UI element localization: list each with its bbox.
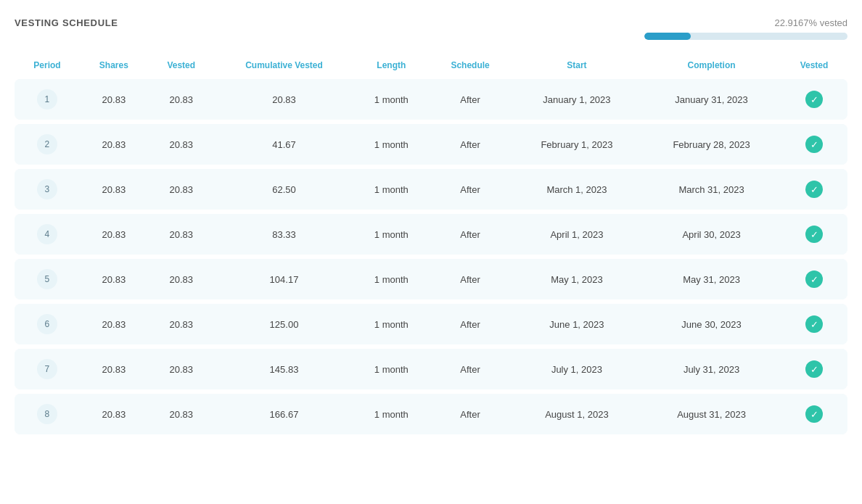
cell-schedule: After: [429, 394, 511, 434]
col-period: Period: [15, 54, 80, 79]
table-row: 8 20.83 20.83 166.67 1 month After Augus…: [15, 394, 847, 434]
cell-shares: 20.83: [80, 79, 148, 120]
cell-period: 8: [15, 394, 80, 434]
cell-schedule: After: [429, 79, 511, 120]
col-completion: Completion: [642, 54, 781, 79]
cell-shares: 20.83: [80, 259, 148, 299]
cell-length: 1 month: [353, 214, 429, 255]
cell-shares: 20.83: [80, 304, 148, 344]
period-badge: 5: [37, 269, 57, 289]
cell-period: 3: [15, 169, 80, 210]
col-cumulative: Cumulative Vested: [215, 54, 354, 79]
cell-cumulative: 62.50: [215, 169, 354, 210]
vested-percent: 22.9167% vested: [644, 17, 847, 28]
cell-vested-status: ✓: [781, 169, 847, 210]
check-icon: ✓: [805, 315, 823, 333]
cell-length: 1 month: [353, 304, 429, 344]
period-badge: 7: [37, 359, 57, 379]
col-start: Start: [512, 54, 642, 79]
period-badge: 3: [37, 179, 57, 199]
cell-vested: 20.83: [148, 259, 215, 299]
cell-vested-status: ✓: [781, 259, 847, 299]
col-length: Length: [353, 54, 429, 79]
cell-cumulative: 83.33: [215, 214, 354, 255]
cell-schedule: After: [429, 349, 511, 389]
period-badge: 6: [37, 314, 57, 334]
table-row: 7 20.83 20.83 145.83 1 month After July …: [15, 349, 847, 389]
cell-shares: 20.83: [80, 124, 148, 165]
cell-period: 6: [15, 304, 80, 344]
cell-start: June 1, 2023: [512, 304, 642, 344]
cell-period: 5: [15, 259, 80, 299]
period-badge: 8: [37, 404, 57, 424]
cell-cumulative: 125.00: [215, 304, 354, 344]
check-icon: ✓: [805, 91, 823, 108]
cell-schedule: After: [429, 304, 511, 344]
period-badge: 1: [37, 89, 57, 110]
table-row: 5 20.83 20.83 104.17 1 month After May 1…: [15, 259, 847, 299]
cell-shares: 20.83: [80, 214, 148, 255]
progress-bar: [644, 33, 847, 40]
cell-vested-status: ✓: [781, 349, 847, 389]
check-icon: ✓: [805, 226, 823, 243]
table-row: 1 20.83 20.83 20.83 1 month After Januar…: [15, 79, 847, 120]
col-vested-status: Vested: [781, 54, 847, 79]
cell-start: August 1, 2023: [512, 394, 642, 434]
cell-start: July 1, 2023: [512, 349, 642, 389]
progress-bar-fill: [644, 33, 691, 40]
cell-vested: 20.83: [148, 214, 215, 255]
cell-length: 1 month: [353, 124, 429, 165]
cell-completion: July 31, 2023: [642, 349, 781, 389]
cell-start: May 1, 2023: [512, 259, 642, 299]
check-icon: ✓: [805, 136, 823, 153]
period-badge: 4: [37, 224, 57, 244]
check-icon: ✓: [805, 360, 823, 378]
cell-cumulative: 20.83: [215, 79, 354, 120]
cell-vested: 20.83: [148, 124, 215, 165]
check-icon: ✓: [805, 270, 823, 288]
cell-completion: January 31, 2023: [642, 79, 781, 120]
cell-cumulative: 104.17: [215, 259, 354, 299]
cell-start: February 1, 2023: [512, 124, 642, 165]
cell-completion: April 30, 2023: [642, 214, 781, 255]
vesting-table: Period Shares Vested Cumulative Vested L…: [15, 54, 847, 439]
cell-period: 4: [15, 214, 80, 255]
cell-period: 2: [15, 124, 80, 165]
cell-vested: 20.83: [148, 349, 215, 389]
cell-vested: 20.83: [148, 169, 215, 210]
cell-completion: June 30, 2023: [642, 304, 781, 344]
cell-schedule: After: [429, 214, 511, 255]
check-icon: ✓: [805, 181, 823, 198]
table-row: 6 20.83 20.83 125.00 1 month After June …: [15, 304, 847, 344]
cell-vested: 20.83: [148, 304, 215, 344]
cell-length: 1 month: [353, 394, 429, 434]
cell-shares: 20.83: [80, 169, 148, 210]
cell-vested-status: ✓: [781, 394, 847, 434]
cell-length: 1 month: [353, 79, 429, 120]
check-icon: ✓: [805, 405, 823, 423]
col-schedule: Schedule: [429, 54, 511, 79]
cell-completion: March 31, 2023: [642, 169, 781, 210]
cell-start: April 1, 2023: [512, 214, 642, 255]
cell-length: 1 month: [353, 169, 429, 210]
cell-schedule: After: [429, 259, 511, 299]
table-row: 2 20.83 20.83 41.67 1 month After Februa…: [15, 124, 847, 165]
cell-shares: 20.83: [80, 394, 148, 434]
cell-vested-status: ✓: [781, 214, 847, 255]
cell-length: 1 month: [353, 349, 429, 389]
cell-period: 7: [15, 349, 80, 389]
cell-completion: May 31, 2023: [642, 259, 781, 299]
col-vested: Vested: [148, 54, 215, 79]
table-row: 3 20.83 20.83 62.50 1 month After March …: [15, 169, 847, 210]
cell-schedule: After: [429, 169, 511, 210]
cell-vested-status: ✓: [781, 304, 847, 344]
cell-length: 1 month: [353, 259, 429, 299]
cell-start: March 1, 2023: [512, 169, 642, 210]
cell-cumulative: 145.83: [215, 349, 354, 389]
cell-vested: 20.83: [148, 394, 215, 434]
cell-vested-status: ✓: [781, 124, 847, 165]
cell-cumulative: 166.67: [215, 394, 354, 434]
cell-completion: August 31, 2023: [642, 394, 781, 434]
cell-start: January 1, 2023: [512, 79, 642, 120]
cell-vested-status: ✓: [781, 79, 847, 120]
